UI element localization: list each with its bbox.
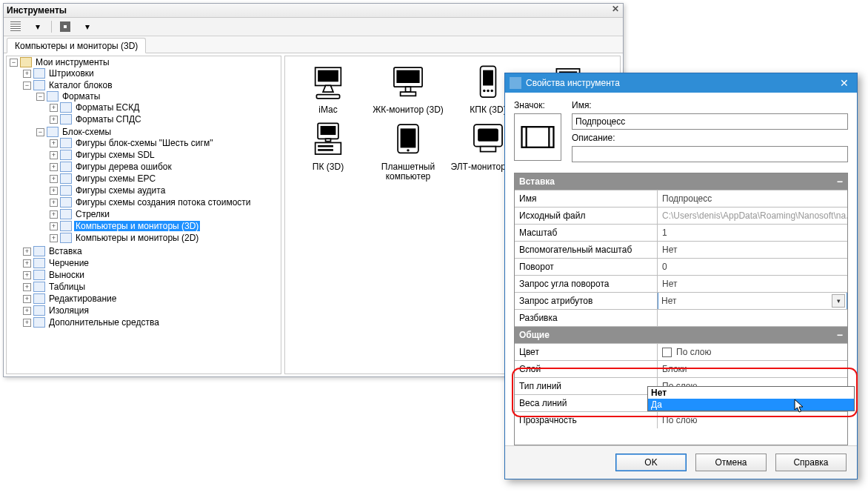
svg-rect-18 <box>318 149 333 151</box>
dropdown-option-no[interactable]: Нет <box>648 387 854 399</box>
tree-item[interactable]: Изоляция <box>47 305 90 316</box>
thumb-lcd[interactable]: ЖК-монитор (3D) <box>368 62 448 115</box>
pg-value-attr-prompt[interactable]: Нет ▾ <box>658 293 847 309</box>
tree-toggle-icon[interactable]: + <box>50 222 58 230</box>
tree-toggle-icon[interactable]: + <box>50 187 58 195</box>
tree-item[interactable]: Каталог блоков <box>47 80 114 90</box>
pg-category-general[interactable]: Общие− <box>515 327 847 344</box>
name-input[interactable] <box>572 113 848 130</box>
tree-toggle-icon[interactable]: + <box>23 295 31 303</box>
tree-item[interactable]: Форматы <box>61 91 101 102</box>
tree-item[interactable]: Стрелки <box>74 209 111 219</box>
tool-icon-preview[interactable] <box>514 113 561 161</box>
description-input[interactable] <box>572 146 848 162</box>
tree-item[interactable]: Выноски <box>47 270 86 280</box>
tree-toggle-icon[interactable]: + <box>23 283 31 291</box>
tree-item[interactable]: Вставка <box>47 246 84 256</box>
tree-item-selected[interactable]: Компьютеры и мониторы (3D) <box>74 221 200 231</box>
palette-icon <box>60 138 72 148</box>
tree-toggle-icon[interactable]: + <box>50 151 58 159</box>
tree-item[interactable]: Фигуры схемы создания потока стоимости <box>74 197 253 208</box>
tree-toggle-icon[interactable]: + <box>23 319 31 327</box>
thumb-label: Планшетный компьютер <box>368 162 448 182</box>
close-icon[interactable]: ✕ <box>610 4 621 15</box>
tree-toggle-icon[interactable]: + <box>50 104 58 112</box>
tree-item[interactable]: Фигуры дерева ошибок <box>74 162 173 172</box>
palette-icon <box>33 305 45 316</box>
tree-root[interactable]: Мои инструменты <box>34 57 111 67</box>
toolbar-grid-icon[interactable] <box>56 19 74 35</box>
tree-item[interactable]: Фигуры схемы аудита <box>74 185 167 196</box>
cancel-button[interactable]: Отмена <box>695 454 767 471</box>
tree-toggle-icon[interactable]: + <box>50 139 58 147</box>
toolbar-list-icon[interactable] <box>7 19 24 35</box>
tree-toggle-icon[interactable]: + <box>50 199 58 207</box>
tree-item[interactable]: Форматы СПДС <box>74 114 143 124</box>
palette-icon <box>47 127 59 137</box>
pg-value[interactable]: Блоки <box>658 361 847 377</box>
pg-label: Запрос атрибутов <box>515 293 658 309</box>
help-button[interactable]: Справка <box>775 454 847 471</box>
svg-rect-16 <box>316 142 341 154</box>
svg-point-10 <box>487 90 489 92</box>
tree-toggle-icon[interactable]: + <box>23 248 31 256</box>
tree-item[interactable]: Черчение <box>47 258 90 268</box>
tree-toggle-icon[interactable]: + <box>23 259 31 268</box>
tree-toggle-icon[interactable]: − <box>36 93 44 101</box>
close-icon[interactable]: ✕ <box>836 77 852 89</box>
ok-button[interactable]: OK <box>615 454 687 471</box>
pg-value[interactable] <box>658 310 847 326</box>
palette-tab[interactable]: Компьютеры и мониторы (3D) <box>7 38 146 53</box>
tree-toggle-icon[interactable]: + <box>50 163 58 171</box>
tool-tree[interactable]: −Мои инструменты +Штриховки −Каталог бло… <box>6 56 281 374</box>
tree-toggle-icon[interactable]: + <box>50 234 58 242</box>
thumb-imac[interactable]: iMac <box>288 62 368 115</box>
pg-category-insert[interactable]: Вставка− <box>515 173 847 190</box>
thumb-pc[interactable]: ПК (3D) <box>288 119 368 182</box>
tree-item[interactable]: Компьютеры и мониторы (2D) <box>74 233 200 243</box>
tree-item[interactable]: Дополнительные средства <box>47 317 161 328</box>
tree-item[interactable]: Штриховки <box>47 68 96 79</box>
tree-toggle-icon[interactable]: + <box>50 116 58 124</box>
tree-item[interactable]: Фигуры блок-схемы "Шесть сигм" <box>74 138 214 148</box>
pg-value[interactable]: По слою <box>658 412 847 428</box>
pg-value[interactable]: 0 <box>658 259 847 275</box>
collapse-icon[interactable]: − <box>837 330 843 340</box>
palette-titlebar[interactable]: Инструменты ✕ <box>4 4 623 18</box>
tree-item[interactable]: Блок-схемы <box>61 127 113 137</box>
pg-value[interactable]: C:\Users\denis\AppData\Roaming\Nanosoft\… <box>658 208 847 224</box>
tree-item[interactable]: Фигуры схемы SDL <box>74 150 156 160</box>
pg-value[interactable]: 1 <box>658 225 847 241</box>
tree-item[interactable]: Фигуры схемы EPC <box>74 173 157 184</box>
tree-toggle-icon[interactable]: − <box>10 59 18 67</box>
attr-prompt-dropdown[interactable]: Нет Да <box>647 386 855 411</box>
palette-icon <box>33 282 45 292</box>
tree-item[interactable]: Форматы ЕСКД <box>74 102 141 113</box>
attr-prompt-combo[interactable]: Нет ▾ <box>658 293 847 309</box>
tree-toggle-icon[interactable]: + <box>50 175 58 183</box>
palette-toolbar: ▾ ▾ <box>4 18 623 36</box>
pg-value[interactable]: Подпроцесс <box>658 190 847 207</box>
tree-toggle-icon[interactable]: − <box>36 128 44 136</box>
pg-value[interactable]: Нет <box>658 276 847 292</box>
dropdown-option-yes[interactable]: Да <box>648 399 854 411</box>
thumb-label: ЖК-монитор (3D) <box>373 105 444 115</box>
pg-value[interactable]: Нет <box>658 242 847 258</box>
tree-toggle-icon[interactable]: + <box>23 307 31 315</box>
collapse-icon[interactable]: − <box>837 176 843 187</box>
svg-rect-4 <box>396 70 419 83</box>
thumb-label: КПК (3D) <box>470 105 506 115</box>
dialog-titlebar[interactable]: Свойства инструмента ✕ <box>505 73 857 93</box>
toolbar-dropdown2-icon[interactable]: ▾ <box>79 19 96 35</box>
toolbar-dropdown-icon[interactable]: ▾ <box>29 19 47 35</box>
tree-toggle-icon[interactable]: + <box>23 70 31 78</box>
tree-toggle-icon[interactable]: + <box>50 210 58 219</box>
chevron-down-icon[interactable]: ▾ <box>832 294 845 308</box>
thumb-tablet[interactable]: Планшетный компьютер <box>368 119 448 182</box>
palette-icon <box>60 114 72 124</box>
tree-item[interactable]: Редактирование <box>47 293 118 304</box>
tree-toggle-icon[interactable]: − <box>23 82 31 90</box>
pg-value[interactable]: По слою <box>658 344 847 360</box>
tree-toggle-icon[interactable]: + <box>23 271 31 279</box>
tree-item[interactable]: Таблицы <box>47 282 87 292</box>
